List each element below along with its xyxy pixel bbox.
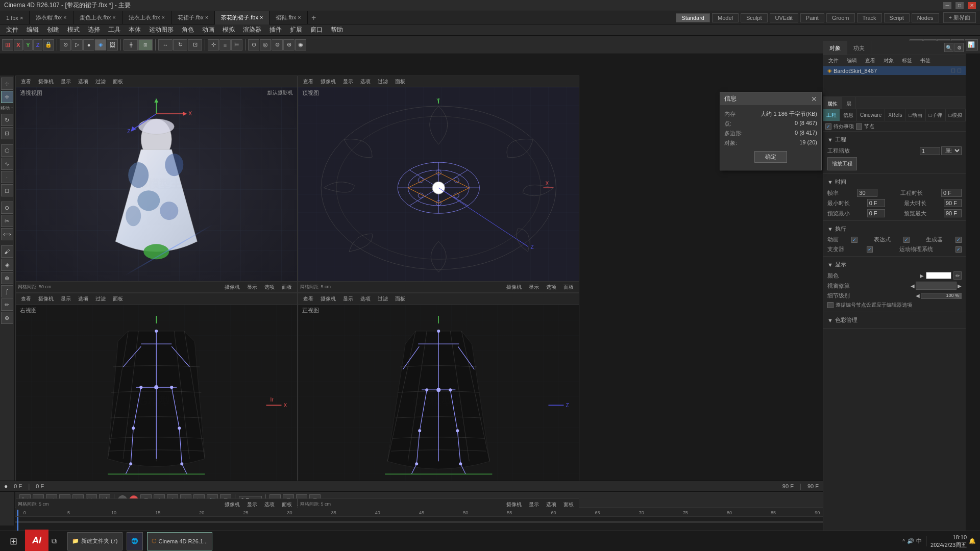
viewport-right[interactable]: 查看 摄像机 显示 选项 过滤 面板 CG模型主 右视图: [15, 293, 298, 510]
vp-front-cam[interactable]: 摄像机: [317, 295, 339, 303]
time-section-header[interactable]: ▼ 时间: [827, 176, 962, 188]
attr-sub-sim[interactable]: □模拟: [946, 109, 966, 121]
tab-huaqun[interactable]: 花裙子.fbx ×: [172, 11, 215, 24]
vp-persp-panel[interactable]: 面板: [110, 78, 126, 86]
vp-front-select[interactable]: 选项: [543, 500, 559, 509]
panel-tab-fu[interactable]: 功夫: [847, 41, 871, 55]
toolbar-axis-x[interactable]: X: [14, 39, 23, 51]
toolbar-view2[interactable]: ◎: [260, 39, 271, 51]
toolbar-render-pic[interactable]: 🖼: [107, 39, 118, 51]
toolbar-lock[interactable]: 🔒: [43, 39, 54, 51]
mode-track[interactable]: Track: [857, 13, 882, 22]
cb-node[interactable]: [856, 123, 862, 130]
fps-input[interactable]: [857, 189, 877, 197]
menu-character[interactable]: 角色: [178, 24, 198, 36]
dialog-ok-button[interactable]: 确定: [754, 151, 787, 163]
vp-front-display[interactable]: 显示: [340, 295, 356, 303]
taskbar-browser[interactable]: 🌐: [127, 532, 143, 550]
vp-front-display2[interactable]: 显示: [526, 500, 542, 509]
vp-right-filter[interactable]: 过滤: [92, 295, 109, 303]
mode-script[interactable]: Script: [884, 13, 910, 22]
menu-edit[interactable]: 编辑: [22, 24, 43, 36]
toolbar-rr5[interactable]: 📊: [965, 39, 978, 51]
rescale-project-button[interactable]: 缩放工程: [827, 157, 857, 170]
cb-todo[interactable]: [825, 123, 831, 130]
menu-select[interactable]: 选择: [84, 24, 104, 36]
exec-section-header[interactable]: ▼ 执行: [827, 223, 962, 235]
vp-top-select[interactable]: 选项: [543, 283, 559, 291]
menu-animate[interactable]: 动画: [198, 24, 218, 36]
tool-rotate[interactable]: ↻: [1, 114, 13, 126]
vp-front-panel2[interactable]: 面板: [560, 500, 577, 509]
display-section-header[interactable]: ▼ 显示: [827, 259, 962, 270]
vp-persp-opts[interactable]: 选项: [75, 78, 91, 86]
tool-bottom[interactable]: ⊛: [1, 312, 13, 324]
preview-max-input[interactable]: [944, 209, 962, 217]
new-layout-button[interactable]: + 新界面: [943, 12, 976, 23]
vp-front-view[interactable]: 查看: [300, 295, 316, 303]
ph-bookmark[interactable]: 书签: [917, 57, 934, 65]
attr-sub-xrefs[interactable]: XRefs: [885, 109, 905, 121]
ph-file[interactable]: 文件: [825, 57, 842, 65]
toolbar-render-all[interactable]: ●: [83, 39, 94, 51]
cb-motion[interactable]: [955, 246, 962, 253]
vp-persp-view[interactable]: 查看: [18, 78, 34, 86]
attr-sub-info[interactable]: 信息: [840, 109, 857, 121]
dialog-close-button[interactable]: ✕: [811, 95, 817, 103]
toolbar-view5[interactable]: ◉: [295, 39, 306, 51]
attr-sub-cineware[interactable]: Cineware: [857, 109, 885, 121]
menu-tools[interactable]: 工具: [104, 24, 125, 36]
vp-right-view[interactable]: 查看: [18, 295, 34, 303]
mode-model[interactable]: Model: [712, 13, 739, 22]
tool-edge-mode[interactable]: ∿: [1, 158, 13, 170]
toolbar-render-region[interactable]: ⊙: [60, 39, 71, 51]
object-item-bardot[interactable]: ◈ BardotSkirt_8467 ☐ ☐: [823, 66, 966, 75]
vp-top-cam[interactable]: 摄像机: [317, 78, 339, 86]
vp-right-opts[interactable]: 选项: [75, 295, 91, 303]
vp-front-panel[interactable]: 面板: [392, 295, 408, 303]
mode-paint[interactable]: Paint: [800, 13, 824, 22]
vp-persp-view2[interactable]: 摄像机: [222, 283, 243, 291]
menu-create[interactable]: 创建: [43, 24, 63, 36]
tool-live-select[interactable]: ⊙: [1, 202, 13, 214]
tab-fayi[interactable]: 法衣上衣.fbx ×: [122, 11, 172, 24]
vp-right-display2[interactable]: 显示: [244, 500, 260, 509]
vp-right-display[interactable]: 显示: [58, 295, 74, 303]
panel-tab-object[interactable]: 对象: [823, 41, 847, 55]
vp-top-display[interactable]: 显示: [340, 78, 356, 86]
toolbar-layout-4[interactable]: ⊞: [138, 39, 153, 51]
attr-sub-project[interactable]: 工程: [823, 109, 840, 121]
vp-right-panel2[interactable]: 面板: [279, 500, 295, 509]
cb-gen[interactable]: [955, 237, 962, 243]
vp-right-view2[interactable]: 摄像机: [222, 500, 243, 509]
toolbar-snap-opts[interactable]: ≡: [219, 39, 231, 51]
tool-sculpt2[interactable]: ◈: [1, 259, 13, 271]
toolbar-layout-1[interactable]: ╋: [124, 39, 138, 51]
vp-persp-display[interactable]: 显示: [58, 78, 74, 86]
mode-nodes[interactable]: Nodes: [912, 13, 939, 22]
menu-render[interactable]: 渲染器: [239, 24, 265, 36]
tool-move[interactable]: ✛: [1, 91, 13, 103]
toolbar-render-active[interactable]: ▷: [71, 39, 83, 51]
taskbar-c4d[interactable]: ⬡ Cinema 4D R26.1...: [147, 532, 213, 550]
vp-persp-panel2[interactable]: 面板: [279, 283, 295, 291]
color-edit-icon[interactable]: ✏: [953, 271, 962, 280]
tab-1fbx[interactable]: 1.fbx ×: [0, 11, 30, 24]
tool-obj-mode[interactable]: ◻: [1, 184, 13, 196]
attr-sub-anim[interactable]: □动画: [905, 109, 925, 121]
search-icon[interactable]: 🔍: [944, 43, 953, 52]
cb-anim[interactable]: [851, 237, 857, 243]
toolbar-icon-group[interactable]: ⊞: [2, 39, 13, 51]
vp-right-select[interactable]: 选项: [261, 500, 278, 509]
taskbar-folder[interactable]: 📁 新建文件夹 (7): [67, 532, 122, 550]
vp-top-display2[interactable]: 显示: [526, 283, 542, 291]
vp-front-opts[interactable]: 选项: [357, 295, 374, 303]
cb-deformer[interactable]: [867, 246, 873, 253]
toolbar-rotate[interactable]: ↻: [173, 39, 187, 51]
vp-front-filter[interactable]: 过滤: [375, 295, 391, 303]
vp-right-cam[interactable]: 摄像机: [35, 295, 57, 303]
ai-icon[interactable]: Ai: [25, 530, 48, 551]
tool-sketch[interactable]: ✏: [1, 298, 13, 311]
vp-top-panel[interactable]: 面板: [392, 78, 408, 86]
systray-notifications[interactable]: 🔔: [969, 538, 976, 544]
